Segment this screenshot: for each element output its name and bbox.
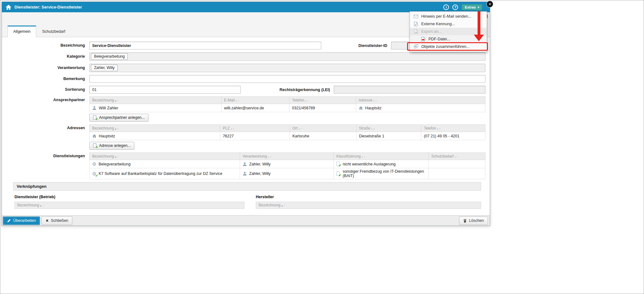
- dienstleistungen-table: Bezeichnung▴▿ Verantwortung▴▿ Klassifizi…: [89, 153, 485, 179]
- home-icon: [6, 5, 11, 10]
- verantwortung-field[interactable]: Zahler, Willy: [89, 64, 485, 72]
- titlebar: Dienstleister: Service-Dienstleister i ?…: [2, 2, 490, 12]
- ansprechpartner-row[interactable]: Willi Zahler willi.zahler@service.de 032…: [90, 104, 485, 112]
- sort-asc-icon: ▴: [305, 99, 306, 102]
- kategorie-field[interactable]: Belegverarbeitung: [89, 52, 485, 61]
- close-icon[interactable]: ✕: [486, 1, 493, 8]
- screen: Dienstleister: Service-Dienstleister i ?…: [0, 0, 644, 294]
- adresse-row[interactable]: Hauptsitz 76227 Karlsruhe Dieselstraße 1…: [90, 132, 485, 140]
- ansprechpartner-label: Ansprechpartner: [2, 96, 89, 104]
- schliessen-button[interactable]: ✖ Schließen: [42, 216, 72, 225]
- row-ansprechpartner: Ansprechpartner Bezeichnung▴▿ E-Mail▴▿ T…: [2, 96, 485, 122]
- bemerkung-label: Bemerkung: [2, 75, 89, 83]
- sort-desc-icon: ▿: [439, 127, 440, 130]
- bezeichnung-input[interactable]: [89, 42, 321, 49]
- dienstleister-dialog: Dienstleister: Service-Dienstleister i ?…: [2, 2, 490, 226]
- column-header-bezeichnung[interactable]: Bezeichnung▴▿: [90, 125, 220, 132]
- menu-item-objekte-zusammenfuehren[interactable]: Objekte zusammenführen...: [410, 43, 487, 50]
- tab-schutzbedarf[interactable]: Schutzbedarf: [37, 26, 71, 37]
- sort-asc-icon: ▴: [437, 127, 438, 130]
- extras-button[interactable]: Extras ▾: [462, 4, 482, 10]
- loeschen-button[interactable]: Löschen: [459, 216, 488, 225]
- sort-asc-icon: ▴: [299, 127, 300, 130]
- dienstleistung-row[interactable]: ⚙ Belegverarbeitung Zahler, Willy nicht …: [90, 160, 485, 168]
- lei-input[interactable]: [334, 86, 485, 94]
- column-header-bezeichnung[interactable]: Bezeichnung▴▿: [90, 97, 221, 104]
- service-checked-icon: ⚙: [92, 171, 96, 176]
- sort-asc-icon: ▴: [281, 204, 283, 207]
- column-header-telefon[interactable]: Telefon▴▿: [289, 97, 356, 104]
- row-verantwortung: Verantwortung Zahler, Willy: [2, 64, 485, 72]
- verantwortung-chip[interactable]: Zahler, Willy: [91, 65, 118, 71]
- column-header-strasse[interactable]: Straße▴▿: [356, 125, 421, 132]
- help-icon[interactable]: ?: [452, 4, 458, 10]
- tab-allgemein[interactable]: Allgemein: [8, 26, 36, 37]
- dienstleister-betrieb-label: Dienstleister (Betrieb): [14, 195, 244, 199]
- person-icon: [243, 162, 247, 166]
- sort-desc-icon: ▿: [283, 204, 285, 207]
- sort-asc-icon: ▴: [115, 127, 116, 130]
- titlebar-actions: i ? Extras ▾: [443, 4, 486, 10]
- pencil-icon: [7, 219, 11, 223]
- chevron-down-icon: ▾: [478, 6, 479, 9]
- bemerkung-input[interactable]: [89, 75, 485, 83]
- sort-asc-icon: ▴: [455, 155, 456, 158]
- ueberarbeiten-button[interactable]: Überarbeiten: [3, 216, 40, 225]
- service-icon: ⚙: [92, 162, 96, 166]
- column-header-bezeichnung[interactable]: Bezeichnung▴▿: [90, 153, 240, 160]
- sort-desc-icon: ▿: [117, 155, 118, 158]
- dienstleister-betrieb-column-header[interactable]: Bezeichnung▴▿: [14, 202, 244, 209]
- sort-desc-icon: ▿: [373, 127, 375, 130]
- column-header-telefon[interactable]: Telefon▴▿: [421, 125, 485, 132]
- classification-icon: [336, 162, 340, 166]
- ansprechpartner-anlegen-button[interactable]: Ansprechpartner anlegen...: [89, 114, 148, 122]
- menu-item-export-als: Export als...: [410, 28, 487, 35]
- verantwortung-label: Verantwortung: [2, 64, 89, 72]
- address-icon: [359, 106, 363, 110]
- sort-desc-icon: ▿: [233, 127, 234, 130]
- sort-asc-icon: ▴: [362, 155, 363, 158]
- dienstleistungen-label: Dienstleistungen: [2, 153, 89, 160]
- person-icon: [243, 171, 247, 176]
- info-icon[interactable]: i: [443, 4, 449, 10]
- hersteller-column-header[interactable]: Bezeichnung▴▿: [256, 202, 481, 209]
- kategorie-chip[interactable]: Belegverarbeitung: [91, 53, 128, 60]
- trash-icon: [463, 219, 467, 223]
- sort-desc-icon: ▿: [307, 99, 309, 102]
- kategorie-label: Kategorie: [2, 53, 89, 61]
- column-header-plz[interactable]: PLZ▴▿: [220, 125, 290, 132]
- merge-icon: [413, 44, 418, 49]
- row-dienstleistungen: Dienstleistungen Bezeichnung▴▿ Verantwor…: [2, 153, 485, 179]
- dienstleistung-row[interactable]: ⚙ K7 Software auf Bankarbeitsplatz für D…: [90, 168, 485, 179]
- ansprechpartner-table: Bezeichnung▴▿ E-Mail▴▿ Telefon▴▿ Adresse…: [89, 96, 485, 112]
- edit-document-icon: [413, 22, 418, 26]
- sort-desc-icon: ▿: [42, 204, 43, 207]
- column-header-adresse[interactable]: Adresse▴▿: [356, 97, 485, 104]
- column-header-klassifizierung[interactable]: Klassifizierung▴▿: [334, 153, 429, 160]
- contact-icon: [92, 106, 97, 110]
- address-icon: [92, 134, 97, 138]
- lei-label: Rechtsträgerkennung (LEI): [280, 88, 330, 92]
- sortierung-input[interactable]: [89, 86, 241, 94]
- extras-menu: Hinweis per E-Mail senden... Externe Ken…: [410, 11, 487, 52]
- menu-item-externe-kennung[interactable]: Externe Kennung...: [410, 20, 487, 28]
- column-header-email[interactable]: E-Mail▴▿: [221, 97, 289, 104]
- column-header-schutzbedarf[interactable]: Schutzbedarf▴▿: [429, 153, 485, 160]
- sort-desc-icon: ▿: [457, 155, 458, 158]
- sort-asc-icon: ▴: [115, 155, 116, 158]
- column-header-verantwortung[interactable]: Verantwortung▴▿: [240, 153, 334, 160]
- pdf-icon: [421, 37, 426, 41]
- menu-item-hinweis-email[interactable]: Hinweis per E-Mail senden...: [410, 13, 487, 20]
- adresse-anlegen-button[interactable]: Adresse anlegen...: [89, 142, 134, 150]
- sort-asc-icon: ▴: [371, 127, 372, 130]
- row-kategorie: Kategorie Belegverarbeitung: [2, 52, 485, 61]
- sort-desc-icon: ▿: [117, 99, 118, 102]
- tab-content-allgemein: Bezeichnung Dienstleister-ID Kategorie B…: [2, 37, 490, 215]
- sort-desc-icon: ▿: [270, 155, 271, 158]
- export-icon: [413, 29, 418, 34]
- email-icon: [413, 15, 418, 18]
- menu-item-pdf-datei[interactable]: PDF-Datei...: [410, 35, 487, 43]
- adressen-table: Bezeichnung▴▿ PLZ▴▿ Ort▴▿ Straße▴▿ Telef…: [89, 124, 485, 140]
- column-header-ort[interactable]: Ort▴▿: [290, 125, 356, 132]
- sort-desc-icon: ▿: [117, 127, 118, 130]
